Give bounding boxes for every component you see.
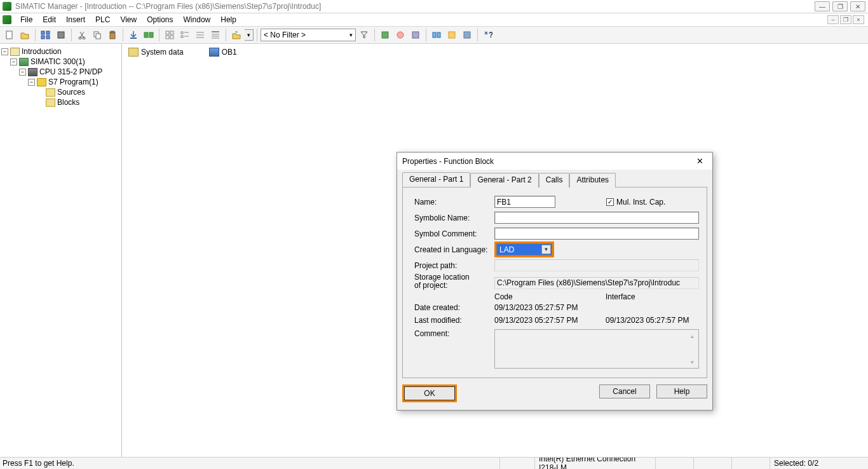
expand-toggle[interactable]: −	[1, 48, 8, 55]
compare-button[interactable]	[430, 28, 444, 42]
svg-rect-14	[149, 32, 153, 37]
menu-bar: File Edit Insert PLC View Options Window…	[0, 13, 868, 27]
mul-inst-label: Mul. Inst. Cap.	[616, 198, 665, 207]
tree-station[interactable]: SIMATIC 300(1)	[31, 57, 85, 66]
tree-blocks[interactable]: Blocks	[57, 98, 79, 107]
label-created: Date created:	[414, 303, 494, 312]
maximize-button[interactable]: ❐	[832, 1, 848, 11]
comment-textarea[interactable]: ▴ ▾	[494, 329, 699, 369]
svg-rect-13	[144, 32, 148, 37]
dialog-close-button[interactable]: ✕	[692, 155, 707, 168]
menu-edit[interactable]: Edit	[37, 14, 61, 25]
filter-settings-button[interactable]	[357, 28, 371, 42]
tree-sources[interactable]: Sources	[57, 88, 85, 97]
list-button[interactable]	[193, 28, 207, 42]
symbol-comment-input[interactable]	[494, 228, 699, 240]
content-area[interactable]: System data OB1 Properties - Function Bl…	[122, 44, 868, 457]
tree-cpu[interactable]: CPU 315-2 PN/DP	[39, 67, 102, 76]
label-name: Name:	[414, 198, 494, 207]
svg-rect-33	[433, 32, 436, 37]
window-title: SIMATIC Manager - [Introduction -- C:\Pr…	[15, 2, 321, 11]
mdi-restore-button[interactable]: ❐	[840, 15, 851, 24]
paste-button[interactable]	[105, 28, 119, 42]
minimize-button[interactable]: —	[815, 1, 830, 11]
help-button[interactable]: ?	[481, 28, 495, 42]
menu-options[interactable]: Options	[142, 14, 178, 25]
reference-data-button[interactable]	[445, 28, 459, 42]
svg-rect-17	[166, 36, 169, 39]
tab-attributes[interactable]: Attributes	[569, 173, 616, 187]
svg-point-31	[397, 32, 403, 38]
expand-toggle[interactable]: −	[19, 69, 26, 76]
item-ob1[interactable]: OB1	[209, 48, 237, 57]
folder-up-button[interactable]	[229, 28, 243, 42]
app-icon	[3, 2, 11, 11]
filter-combo[interactable]: < No Filter >▾	[261, 29, 356, 41]
details-button[interactable]	[208, 28, 222, 42]
simulate-button[interactable]	[460, 28, 474, 42]
download-button[interactable]	[126, 28, 140, 42]
svg-text:?: ?	[489, 31, 492, 39]
menu-help[interactable]: Help	[215, 14, 241, 25]
modified-code: 09/13/2023 05:27:57 PM	[494, 316, 606, 325]
status-hint: Press F1 to get Help.	[0, 458, 499, 469]
station-icon	[19, 58, 29, 66]
symbolic-name-input[interactable]	[494, 212, 699, 224]
mul-inst-checkbox[interactable]: ✓ Mul. Inst. Cap.	[606, 198, 665, 207]
folder-icon	[46, 88, 55, 97]
svg-rect-36	[464, 32, 470, 38]
svg-rect-19	[181, 32, 183, 34]
cancel-button[interactable]: Cancel	[599, 384, 650, 398]
name-input[interactable]	[494, 196, 555, 208]
cut-button[interactable]	[75, 28, 89, 42]
menu-file[interactable]: File	[15, 14, 37, 25]
expand-toggle[interactable]: −	[10, 58, 17, 65]
open-button[interactable]	[18, 28, 32, 42]
label-storage2: of project:	[414, 281, 448, 290]
menu-plc[interactable]: PLC	[90, 14, 115, 25]
menu-view[interactable]: View	[115, 14, 142, 25]
project-tree[interactable]: −Introduction −SIMATIC 300(1) −CPU 315-2…	[0, 44, 122, 457]
copy-button[interactable]	[90, 28, 104, 42]
ok-button[interactable]: OK	[404, 386, 455, 400]
close-button[interactable]: ✕	[850, 1, 865, 11]
tab-calls[interactable]: Calls	[539, 173, 570, 187]
item-system-data[interactable]: System data	[128, 48, 184, 57]
svg-rect-5	[58, 32, 64, 38]
dialog-title: Properties - Function Block	[402, 157, 494, 166]
online-button[interactable]	[142, 28, 156, 42]
svg-rect-32	[412, 32, 419, 38]
configure-button[interactable]	[409, 28, 423, 42]
large-icons-button[interactable]	[163, 28, 177, 42]
tree-project[interactable]: Introduction	[22, 47, 62, 56]
accessible-nodes-button[interactable]	[39, 28, 53, 42]
symbols-button[interactable]	[393, 28, 407, 42]
properties-dialog: Properties - Function Block ✕ General - …	[397, 152, 713, 411]
expand-toggle[interactable]: −	[28, 79, 35, 86]
svg-rect-34	[437, 32, 440, 37]
language-value: LAD	[499, 245, 514, 254]
status-network: Intel(R) Ethernet Connection I218-LM	[534, 458, 655, 469]
memory-card-button[interactable]	[54, 28, 68, 42]
checkbox-icon: ✓	[606, 198, 614, 206]
menu-window[interactable]: Window	[179, 14, 216, 25]
svg-rect-11	[111, 31, 114, 33]
mdi-minimize-button[interactable]: –	[827, 15, 839, 24]
small-icons-button[interactable]	[178, 28, 192, 42]
filter-value: < No Filter >	[264, 31, 306, 39]
module-state-button[interactable]	[378, 28, 392, 42]
sysdata-icon	[128, 48, 139, 57]
svg-rect-3	[41, 36, 44, 39]
tree-program[interactable]: S7 Program(1)	[48, 78, 98, 86]
new-button[interactable]	[3, 28, 17, 42]
svg-rect-20	[181, 36, 183, 37]
tab-general-2[interactable]: General - Part 2	[470, 173, 538, 187]
project-icon	[10, 48, 20, 56]
tab-general-1[interactable]: General - Part 1	[402, 172, 470, 187]
menu-insert[interactable]: Insert	[61, 14, 90, 25]
svg-rect-2	[46, 31, 50, 34]
language-combo[interactable]: LAD ▼	[496, 243, 552, 255]
folder-dropdown[interactable]: ▾	[245, 29, 254, 41]
mdi-close-button[interactable]: ×	[853, 15, 864, 24]
help-button[interactable]: Help	[656, 384, 707, 398]
